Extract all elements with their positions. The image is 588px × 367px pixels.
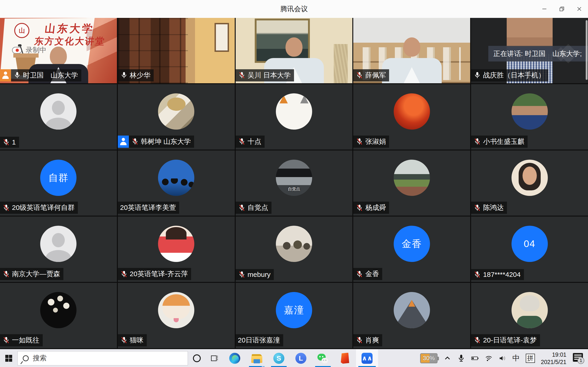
wechat-button[interactable] [312, 349, 334, 367]
participant-tile[interactable]: 自群 20级英语笔译何自群 [0, 150, 117, 216]
participant-name: 林少华 [130, 71, 150, 80]
ime-mode-indicator[interactable]: 拼 [526, 354, 535, 363]
mic-icon [238, 270, 246, 279]
participant-name: 韩树坤 山东大学 [141, 137, 191, 146]
participant-tile[interactable]: 山山东大学东方文化大讲堂录制中 时卫国 山东大学 [0, 18, 117, 83]
mic-icon [355, 204, 363, 212]
video-grid: 山山东大学东方文化大讲堂录制中 时卫国 山东大学 [0, 18, 588, 349]
browser-s-button[interactable]: S [268, 349, 290, 367]
participant-tile[interactable]: 20-日语笔译-袁梦 [471, 283, 588, 348]
participant-name: 自觉点 [248, 203, 268, 212]
participant-tile[interactable]: 嘉潼 20日语张嘉潼 [236, 283, 353, 348]
participant-label: 杨成舜 [353, 202, 389, 214]
task-view-button[interactable] [206, 349, 224, 367]
restore-button[interactable] [553, 0, 571, 18]
participant-label: 一如既往 [0, 334, 43, 346]
avatar-initials: 嘉潼 [284, 304, 304, 317]
participant-tile[interactable]: 杨成舜 [353, 150, 470, 216]
ime-language-indicator[interactable]: 中 [512, 353, 520, 363]
participant-label: 金香 [353, 268, 382, 280]
avatar: 自群 [40, 160, 77, 196]
participant-tile[interactable]: 陈鸿达 [471, 150, 588, 216]
taskbar-clock[interactable]: 19:01 2021/5/21 [541, 351, 566, 366]
participant-label: 1 [0, 137, 19, 148]
participant-name: 张淑娟 [365, 137, 386, 146]
cortana-button[interactable] [188, 349, 206, 367]
start-button[interactable] [0, 349, 17, 367]
app-l-button[interactable]: L [290, 349, 312, 367]
mic-icon [2, 336, 10, 344]
participant-tile[interactable]: 小书生盛玉麒 [471, 84, 588, 150]
volume-tray-icon[interactable] [499, 354, 506, 363]
mic-icon [473, 270, 481, 279]
participant-name: 20英语笔译-齐云萍 [130, 269, 188, 279]
mic-icon [238, 71, 246, 79]
participant-name: 时卫国 山东大学 [23, 71, 78, 80]
participant-name: mebury [248, 271, 271, 278]
participant-tile[interactable]: 肖爽 [353, 283, 470, 348]
participant-tile[interactable]: 04 187****4204 [471, 217, 588, 282]
participant-tile[interactable]: 金香 金香 [353, 217, 470, 282]
avatar [394, 160, 430, 196]
action-center-button[interactable]: 1 [572, 352, 584, 364]
participant-name: 南京大学—贾森 [12, 269, 60, 279]
scrollbar[interactable] [586, 20, 588, 80]
participant-tile[interactable]: 林少华 [118, 18, 235, 83]
mic-icon [120, 270, 128, 278]
participant-label: 战庆胜（日本手机） [471, 69, 548, 81]
wifi-tray-icon[interactable] [485, 354, 493, 363]
minimize-button[interactable] [536, 0, 553, 18]
participant-label: 自觉点 [236, 202, 271, 214]
participant-name: 20日语张嘉潼 [238, 336, 280, 345]
avatar [158, 226, 194, 262]
participant-label: 肖爽 [353, 334, 382, 346]
participant-name: 20级英语笔译何自群 [12, 203, 75, 212]
participant-label: 20英语笔译-齐云萍 [118, 268, 191, 280]
microphone-tray-icon[interactable] [457, 354, 465, 363]
participant-tile[interactable]: 一如既往 [0, 283, 117, 348]
participant-label: mebury [236, 269, 274, 280]
participant-tile[interactable]: 猫咪 [118, 283, 235, 348]
participant-label: 20英语笔译李美萱 [118, 202, 179, 214]
mic-icon [473, 137, 481, 146]
edge-button[interactable] [224, 349, 246, 367]
file-explorer-button[interactable] [246, 349, 268, 367]
notification-badge: 1 [578, 357, 584, 364]
participant-tile[interactable]: 20英语笔译-齐云萍 [118, 217, 235, 282]
participant-tile[interactable]: 薛佩军 [353, 18, 470, 83]
participant-tile[interactable]: 吴川 日本大学 [236, 18, 353, 83]
mic-icon [2, 204, 10, 212]
search-input[interactable]: 搜索 [17, 351, 188, 365]
participant-tile[interactable]: 张淑娟 [353, 84, 470, 150]
mic-icon [355, 270, 363, 278]
close-button[interactable] [571, 0, 588, 18]
participant-tile[interactable]: 自觉点 自觉点 [236, 150, 353, 216]
participant-tile[interactable]: 南京大学—贾森 [0, 217, 117, 282]
office-button[interactable] [334, 349, 356, 367]
participant-tile[interactable]: 十点 [236, 84, 353, 150]
mic-icon [2, 270, 10, 278]
mic-icon [355, 71, 363, 79]
meeting-button[interactable]: ∧∧ [356, 349, 378, 367]
participant-name: 小书生盛玉麒 [483, 137, 524, 146]
cortana-icon [193, 354, 201, 362]
participant-name: 金香 [365, 269, 379, 279]
task-view-icon [211, 354, 219, 362]
mic-icon [238, 137, 246, 146]
participant-tile[interactable]: 20英语笔译李美萱 [118, 150, 235, 216]
search-placeholder: 搜索 [33, 353, 47, 363]
battery-tray-icon[interactable] [471, 354, 479, 363]
participant-tile[interactable]: mebury [236, 217, 353, 282]
avatar-overlay-text: 自觉点 [276, 186, 312, 192]
mic-icon [473, 71, 481, 79]
participant-tile[interactable]: 战庆胜（日本手机） 正在讲话: 时卫国 山东大学; [471, 18, 588, 83]
mic-icon [120, 336, 128, 344]
participant-tile[interactable]: 1 [0, 84, 117, 150]
participant-tile[interactable]: 韩树坤 山东大学 [118, 84, 235, 150]
mic-icon [355, 137, 363, 146]
mic-icon [2, 138, 10, 146]
participant-name: 1 [12, 138, 16, 146]
battery-percentage-widget[interactable]: 30% [420, 353, 438, 363]
participant-name: 吴川 日本大学 [248, 71, 291, 80]
hidden-icons-chevron[interactable] [443, 354, 451, 363]
